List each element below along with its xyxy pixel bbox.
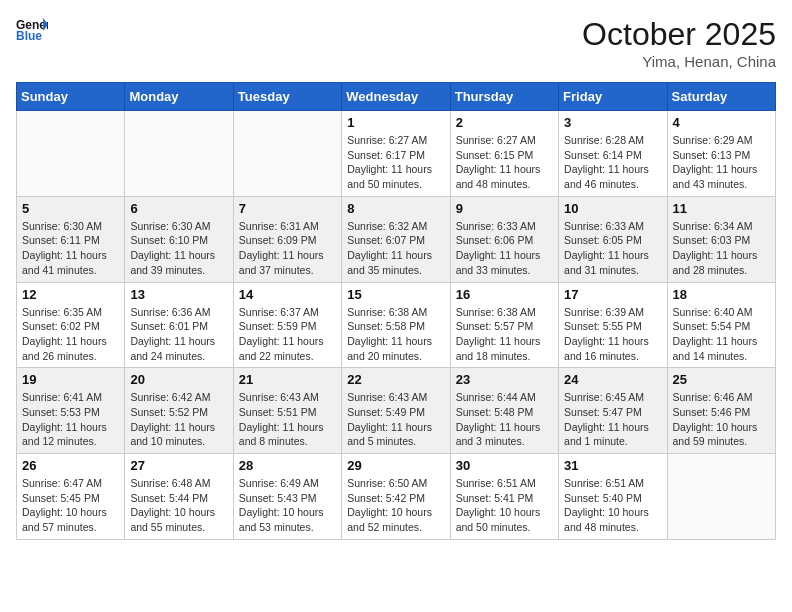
calendar-day-cell: 7Sunrise: 6:31 AM Sunset: 6:09 PM Daylig… <box>233 196 341 282</box>
calendar-day-cell: 17Sunrise: 6:39 AM Sunset: 5:55 PM Dayli… <box>559 282 667 368</box>
day-info: Sunrise: 6:37 AM Sunset: 5:59 PM Dayligh… <box>239 305 336 364</box>
day-info: Sunrise: 6:45 AM Sunset: 5:47 PM Dayligh… <box>564 390 661 449</box>
day-number: 25 <box>673 372 770 387</box>
logo-icon: General Blue <box>16 16 48 44</box>
day-info: Sunrise: 6:33 AM Sunset: 6:05 PM Dayligh… <box>564 219 661 278</box>
calendar-day-cell: 12Sunrise: 6:35 AM Sunset: 6:02 PM Dayli… <box>17 282 125 368</box>
day-number: 7 <box>239 201 336 216</box>
day-number: 14 <box>239 287 336 302</box>
calendar-day-cell: 24Sunrise: 6:45 AM Sunset: 5:47 PM Dayli… <box>559 368 667 454</box>
day-number: 23 <box>456 372 553 387</box>
day-info: Sunrise: 6:32 AM Sunset: 6:07 PM Dayligh… <box>347 219 444 278</box>
logo: General Blue <box>16 16 48 44</box>
day-number: 20 <box>130 372 227 387</box>
day-number: 11 <box>673 201 770 216</box>
calendar-week-row: 12Sunrise: 6:35 AM Sunset: 6:02 PM Dayli… <box>17 282 776 368</box>
calendar-day-cell: 4Sunrise: 6:29 AM Sunset: 6:13 PM Daylig… <box>667 111 775 197</box>
day-info: Sunrise: 6:38 AM Sunset: 5:57 PM Dayligh… <box>456 305 553 364</box>
day-info: Sunrise: 6:47 AM Sunset: 5:45 PM Dayligh… <box>22 476 119 535</box>
day-number: 26 <box>22 458 119 473</box>
calendar-day-cell: 3Sunrise: 6:28 AM Sunset: 6:14 PM Daylig… <box>559 111 667 197</box>
day-number: 6 <box>130 201 227 216</box>
day-number: 28 <box>239 458 336 473</box>
day-info: Sunrise: 6:40 AM Sunset: 5:54 PM Dayligh… <box>673 305 770 364</box>
day-number: 29 <box>347 458 444 473</box>
day-number: 9 <box>456 201 553 216</box>
calendar-day-cell: 27Sunrise: 6:48 AM Sunset: 5:44 PM Dayli… <box>125 454 233 540</box>
day-info: Sunrise: 6:43 AM Sunset: 5:51 PM Dayligh… <box>239 390 336 449</box>
day-info: Sunrise: 6:49 AM Sunset: 5:43 PM Dayligh… <box>239 476 336 535</box>
calendar-day-cell: 21Sunrise: 6:43 AM Sunset: 5:51 PM Dayli… <box>233 368 341 454</box>
day-number: 21 <box>239 372 336 387</box>
day-number: 16 <box>456 287 553 302</box>
calendar-day-cell <box>233 111 341 197</box>
day-info: Sunrise: 6:27 AM Sunset: 6:17 PM Dayligh… <box>347 133 444 192</box>
day-number: 1 <box>347 115 444 130</box>
day-info: Sunrise: 6:51 AM Sunset: 5:40 PM Dayligh… <box>564 476 661 535</box>
calendar-day-header: Tuesday <box>233 83 341 111</box>
day-info: Sunrise: 6:41 AM Sunset: 5:53 PM Dayligh… <box>22 390 119 449</box>
day-number: 8 <box>347 201 444 216</box>
day-number: 15 <box>347 287 444 302</box>
calendar-day-cell: 31Sunrise: 6:51 AM Sunset: 5:40 PM Dayli… <box>559 454 667 540</box>
day-info: Sunrise: 6:48 AM Sunset: 5:44 PM Dayligh… <box>130 476 227 535</box>
calendar-day-header: Thursday <box>450 83 558 111</box>
calendar-day-cell: 22Sunrise: 6:43 AM Sunset: 5:49 PM Dayli… <box>342 368 450 454</box>
calendar-day-header: Wednesday <box>342 83 450 111</box>
calendar-day-header: Friday <box>559 83 667 111</box>
calendar-day-cell: 16Sunrise: 6:38 AM Sunset: 5:57 PM Dayli… <box>450 282 558 368</box>
day-info: Sunrise: 6:31 AM Sunset: 6:09 PM Dayligh… <box>239 219 336 278</box>
calendar-day-cell: 14Sunrise: 6:37 AM Sunset: 5:59 PM Dayli… <box>233 282 341 368</box>
calendar-day-cell: 15Sunrise: 6:38 AM Sunset: 5:58 PM Dayli… <box>342 282 450 368</box>
calendar-week-row: 5Sunrise: 6:30 AM Sunset: 6:11 PM Daylig… <box>17 196 776 282</box>
day-info: Sunrise: 6:34 AM Sunset: 6:03 PM Dayligh… <box>673 219 770 278</box>
calendar-day-cell: 25Sunrise: 6:46 AM Sunset: 5:46 PM Dayli… <box>667 368 775 454</box>
day-info: Sunrise: 6:36 AM Sunset: 6:01 PM Dayligh… <box>130 305 227 364</box>
day-info: Sunrise: 6:39 AM Sunset: 5:55 PM Dayligh… <box>564 305 661 364</box>
title-block: October 2025 Yima, Henan, China <box>582 16 776 70</box>
calendar-day-header: Monday <box>125 83 233 111</box>
day-number: 27 <box>130 458 227 473</box>
calendar-table: SundayMondayTuesdayWednesdayThursdayFrid… <box>16 82 776 540</box>
calendar-day-cell: 30Sunrise: 6:51 AM Sunset: 5:41 PM Dayli… <box>450 454 558 540</box>
calendar-day-cell: 29Sunrise: 6:50 AM Sunset: 5:42 PM Dayli… <box>342 454 450 540</box>
page-header: General Blue October 2025 Yima, Henan, C… <box>16 16 776 70</box>
calendar-day-cell: 1Sunrise: 6:27 AM Sunset: 6:17 PM Daylig… <box>342 111 450 197</box>
day-info: Sunrise: 6:44 AM Sunset: 5:48 PM Dayligh… <box>456 390 553 449</box>
day-number: 19 <box>22 372 119 387</box>
location: Yima, Henan, China <box>582 53 776 70</box>
calendar-week-row: 26Sunrise: 6:47 AM Sunset: 5:45 PM Dayli… <box>17 454 776 540</box>
day-info: Sunrise: 6:30 AM Sunset: 6:10 PM Dayligh… <box>130 219 227 278</box>
calendar-day-cell: 5Sunrise: 6:30 AM Sunset: 6:11 PM Daylig… <box>17 196 125 282</box>
day-number: 22 <box>347 372 444 387</box>
calendar-week-row: 19Sunrise: 6:41 AM Sunset: 5:53 PM Dayli… <box>17 368 776 454</box>
day-number: 3 <box>564 115 661 130</box>
calendar-day-cell: 19Sunrise: 6:41 AM Sunset: 5:53 PM Dayli… <box>17 368 125 454</box>
calendar-day-cell <box>125 111 233 197</box>
day-number: 18 <box>673 287 770 302</box>
day-info: Sunrise: 6:28 AM Sunset: 6:14 PM Dayligh… <box>564 133 661 192</box>
calendar-day-header: Sunday <box>17 83 125 111</box>
calendar-day-cell: 6Sunrise: 6:30 AM Sunset: 6:10 PM Daylig… <box>125 196 233 282</box>
calendar-day-cell: 13Sunrise: 6:36 AM Sunset: 6:01 PM Dayli… <box>125 282 233 368</box>
day-info: Sunrise: 6:38 AM Sunset: 5:58 PM Dayligh… <box>347 305 444 364</box>
day-number: 5 <box>22 201 119 216</box>
day-info: Sunrise: 6:30 AM Sunset: 6:11 PM Dayligh… <box>22 219 119 278</box>
calendar-day-cell: 9Sunrise: 6:33 AM Sunset: 6:06 PM Daylig… <box>450 196 558 282</box>
calendar-day-cell: 20Sunrise: 6:42 AM Sunset: 5:52 PM Dayli… <box>125 368 233 454</box>
day-info: Sunrise: 6:42 AM Sunset: 5:52 PM Dayligh… <box>130 390 227 449</box>
day-number: 24 <box>564 372 661 387</box>
day-info: Sunrise: 6:43 AM Sunset: 5:49 PM Dayligh… <box>347 390 444 449</box>
calendar-week-row: 1Sunrise: 6:27 AM Sunset: 6:17 PM Daylig… <box>17 111 776 197</box>
month-title: October 2025 <box>582 16 776 53</box>
day-info: Sunrise: 6:33 AM Sunset: 6:06 PM Dayligh… <box>456 219 553 278</box>
day-info: Sunrise: 6:51 AM Sunset: 5:41 PM Dayligh… <box>456 476 553 535</box>
calendar-day-cell: 8Sunrise: 6:32 AM Sunset: 6:07 PM Daylig… <box>342 196 450 282</box>
day-number: 2 <box>456 115 553 130</box>
calendar-day-cell: 23Sunrise: 6:44 AM Sunset: 5:48 PM Dayli… <box>450 368 558 454</box>
day-info: Sunrise: 6:35 AM Sunset: 6:02 PM Dayligh… <box>22 305 119 364</box>
day-number: 12 <box>22 287 119 302</box>
calendar-day-cell: 26Sunrise: 6:47 AM Sunset: 5:45 PM Dayli… <box>17 454 125 540</box>
day-info: Sunrise: 6:46 AM Sunset: 5:46 PM Dayligh… <box>673 390 770 449</box>
calendar-day-cell: 10Sunrise: 6:33 AM Sunset: 6:05 PM Dayli… <box>559 196 667 282</box>
